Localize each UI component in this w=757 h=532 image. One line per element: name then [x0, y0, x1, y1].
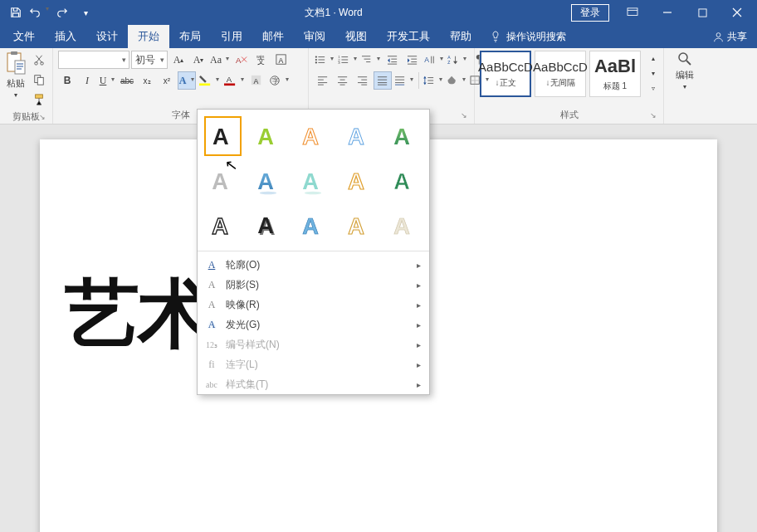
italic-button[interactable]: I [78, 71, 96, 90]
login-button[interactable]: 登录 [571, 4, 609, 22]
text-effect-preset[interactable]: A [340, 206, 378, 246]
menu-outline[interactable]: A轮廓(O)▸ [198, 255, 429, 275]
svg-rect-9 [37, 77, 43, 85]
submenu-arrow-icon: ▸ [417, 380, 421, 389]
align-left-icon[interactable] [314, 71, 332, 90]
clipboard-launcher-icon[interactable]: ↘ [37, 113, 47, 123]
style-no-spacing[interactable]: AaBbCcD ↓无间隔 [535, 51, 586, 97]
svg-text:A: A [279, 56, 284, 65]
tab-layout[interactable]: 布局 [169, 25, 211, 48]
line-spacing-icon[interactable] [422, 71, 444, 90]
text-effects-button[interactable]: A [178, 71, 196, 90]
bullets-icon[interactable] [314, 51, 335, 69]
text-effect-preset[interactable]: A [295, 116, 332, 156]
text-effect-preset[interactable]: A [385, 116, 422, 156]
format-painter-icon[interactable] [30, 90, 48, 109]
styles-scroll-up-icon[interactable]: ▴ [644, 51, 662, 66]
svg-text:文: 文 [257, 57, 265, 66]
qat-customize-icon[interactable]: ▾ [75, 2, 96, 23]
text-effect-preset[interactable]: A [340, 116, 378, 156]
distributed-icon[interactable] [393, 71, 415, 90]
asian-layout-icon[interactable]: A [423, 51, 445, 69]
maximize-icon[interactable] [686, 0, 719, 25]
text-effect-preset[interactable]: A [340, 161, 378, 201]
title-bar: ▾ 文档1 · Word 登录 [0, 0, 757, 25]
increase-indent-icon[interactable] [403, 51, 422, 69]
styles-expand-icon[interactable]: ▿ [644, 81, 662, 95]
clear-formatting-icon[interactable]: A [232, 51, 251, 69]
minimize-icon[interactable] [651, 0, 684, 25]
styles-launcher-icon[interactable]: ↘ [648, 111, 658, 121]
undo-icon[interactable] [28, 2, 50, 23]
character-shading-icon[interactable]: A [247, 71, 266, 90]
tab-references[interactable]: 引用 [211, 25, 252, 48]
bold-button[interactable]: B [58, 71, 76, 90]
menu-shadow[interactable]: A阴影(S)▸ [198, 275, 429, 295]
align-center-icon[interactable] [334, 71, 352, 90]
svg-rect-18 [224, 84, 235, 86]
shrink-font-icon[interactable]: A▾ [189, 51, 208, 69]
text-effect-preset[interactable]: A [250, 161, 287, 201]
align-right-icon[interactable] [354, 71, 372, 90]
phonetic-guide-icon[interactable]: wén文 [252, 51, 271, 69]
tab-home[interactable]: 开始 [128, 25, 169, 48]
font-size-combobox[interactable]: 初号 [131, 51, 168, 69]
tab-file[interactable]: 文件 [3, 25, 45, 48]
text-effect-preset[interactable]: A [295, 161, 332, 201]
redo-icon[interactable] [51, 2, 73, 23]
submenu-arrow-icon: ▸ [417, 320, 421, 329]
tab-view[interactable]: 视图 [335, 25, 377, 48]
text-effect-preset[interactable]: A [204, 161, 242, 201]
share-button[interactable]: 共享 [703, 25, 757, 48]
multilevel-list-icon[interactable] [360, 51, 382, 69]
text-effect-preset[interactable]: A [250, 116, 287, 156]
save-icon[interactable] [5, 2, 27, 23]
borders-icon[interactable] [469, 71, 491, 90]
ligatures-icon: fi [204, 359, 219, 371]
menu-ligatures: fi连字(L)▸ [198, 354, 429, 374]
character-border-icon[interactable]: A [272, 51, 291, 69]
text-effect-preset[interactable]: AA [250, 206, 287, 246]
text-effect-preset[interactable]: A [204, 116, 242, 156]
styles-scroll-down-icon[interactable]: ▾ [644, 66, 662, 81]
cut-icon[interactable] [30, 51, 48, 69]
font-color-icon[interactable]: A [222, 71, 246, 90]
paste-button[interactable]: 粘贴 ▾ [5, 51, 27, 99]
strikethrough-button[interactable]: abc [118, 71, 136, 90]
shading-icon[interactable] [446, 71, 467, 90]
close-icon[interactable] [720, 0, 754, 25]
text-effect-preset[interactable]: A [204, 206, 242, 246]
change-case-icon[interactable]: Aa [209, 51, 231, 69]
numbering-icon[interactable]: 123 [337, 51, 359, 69]
svg-text:A: A [303, 168, 320, 194]
svg-text:A: A [257, 212, 274, 238]
sort-icon[interactable]: AZ [447, 51, 468, 69]
underline-button[interactable]: U [98, 71, 116, 90]
text-effect-preset[interactable]: A [295, 206, 332, 246]
tab-mailings[interactable]: 邮件 [252, 25, 294, 48]
tab-help[interactable]: 帮助 [440, 25, 481, 48]
menu-glow[interactable]: A发光(G)▸ [198, 315, 429, 334]
tell-me-search[interactable]: 操作说明搜索 [481, 25, 574, 48]
decrease-indent-icon[interactable] [383, 51, 402, 69]
tab-insert[interactable]: 插入 [45, 25, 86, 48]
menu-reflection[interactable]: A映像(R)▸ [198, 295, 429, 315]
tab-review[interactable]: 审阅 [294, 25, 335, 48]
editing-button[interactable]: 编辑 ▾ [669, 51, 701, 90]
tab-design[interactable]: 设计 [86, 25, 128, 48]
highlight-color-icon[interactable] [198, 71, 221, 90]
text-effect-preset[interactable]: A [385, 206, 422, 246]
enclose-characters-icon[interactable]: 字 [267, 71, 291, 90]
ribbon-display-options-icon[interactable] [616, 0, 649, 25]
style-heading1[interactable]: AaBl 标题 1 [589, 51, 641, 97]
grow-font-icon[interactable]: A▴ [169, 51, 188, 69]
paragraph-launcher-icon[interactable]: ↘ [459, 111, 469, 121]
font-name-combobox[interactable] [58, 51, 129, 69]
copy-icon[interactable] [30, 71, 48, 89]
tab-developer[interactable]: 开发工具 [377, 25, 440, 48]
svg-text:A: A [212, 124, 229, 149]
justify-icon[interactable] [374, 71, 392, 90]
text-effect-preset[interactable]: A [385, 161, 422, 201]
subscript-button[interactable]: x₂ [138, 71, 156, 90]
superscript-button[interactable]: x² [158, 71, 176, 90]
